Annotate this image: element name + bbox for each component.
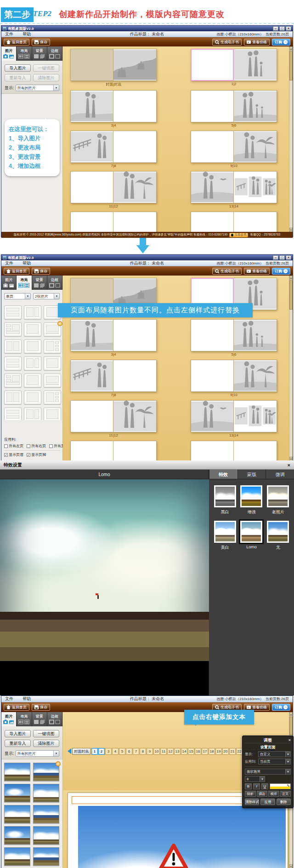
panel-action-button[interactable]: 应用: [260, 799, 275, 805]
page-thumb-right[interactable]: [234, 319, 277, 351]
tab-border[interactable]: 边框: [47, 276, 62, 290]
page-number-button[interactable]: 19: [215, 748, 222, 755]
page-number-button[interactable]: 17: [202, 748, 208, 755]
page-thumb-right[interactable]: [234, 171, 277, 203]
page-number-button[interactable]: 21: [229, 748, 236, 755]
tab-layout[interactable]: 布局: [17, 712, 32, 726]
page-thumb-right[interactable]: [234, 212, 277, 232]
photo-thumbnail[interactable]: [33, 847, 59, 866]
text-placeholder-box[interactable]: [72, 796, 265, 804]
layout-thumbnail[interactable]: [24, 322, 41, 336]
page-thumb-right[interactable]: [234, 400, 277, 432]
page-number-button[interactable]: 5: [119, 748, 125, 755]
page-thumb-left[interactable]: [191, 131, 234, 163]
page-thumb-left[interactable]: [70, 131, 113, 163]
layout-thumbnail[interactable]: [44, 339, 61, 353]
layout-thumbnail[interactable]: [24, 391, 41, 404]
sidebar-button[interactable]: 重新导入: [5, 740, 31, 747]
sidebar-button[interactable]: 导入图片: [5, 730, 31, 737]
template-spread[interactable]: 9|10: [191, 360, 277, 397]
layout-thumbnail[interactable]: [4, 408, 22, 420]
layout-thumbnail[interactable]: [4, 356, 22, 370]
page-number-button[interactable]: 2: [98, 748, 105, 755]
apply-dropdown[interactable]: 当前页▼: [258, 759, 291, 765]
page-type-dropdown[interactable]: 单页▼: [4, 293, 31, 299]
font-size-dropdown[interactable]: 8▼: [245, 776, 265, 782]
checkbox-unchecked[interactable]: 所有页: [49, 443, 65, 448]
photo-count-dropdown[interactable]: 2张照片▼: [33, 293, 60, 299]
checkbox-unchecked[interactable]: 所有右页: [27, 443, 46, 448]
filter-thumbnail[interactable]: [267, 485, 289, 507]
photo-thumbnail[interactable]: [33, 784, 59, 802]
effects-tab[interactable]: 微调: [266, 470, 294, 479]
text-style-button[interactable]: 正文: [280, 791, 291, 797]
back-home-button[interactable]: 返回首页: [4, 268, 29, 275]
photo-thumbnail[interactable]: ✓: [33, 763, 59, 781]
layout-thumbnail[interactable]: [4, 391, 22, 404]
template-spread[interactable]: 3|4: [70, 319, 157, 356]
page-number-button[interactable]: 14: [181, 748, 187, 755]
photo-thumbnail[interactable]: [4, 826, 30, 845]
font-dropdown[interactable]: 微软雅黑▼: [245, 769, 291, 775]
back-home-button[interactable]: 返回首页: [4, 704, 29, 711]
photo-thumbnail[interactable]: [4, 805, 30, 823]
filter-thumbnail[interactable]: [214, 521, 236, 543]
filter-thumbnail[interactable]: [214, 485, 236, 507]
template-spread[interactable]: 3|4: [70, 90, 157, 127]
page-number-button[interactable]: 15: [188, 748, 194, 755]
filter-item[interactable]: 增强: [240, 485, 263, 515]
photo-thumbnail[interactable]: [4, 784, 30, 802]
page-thumb-left[interactable]: [191, 441, 234, 461]
page-thumb-left[interactable]: [70, 400, 113, 432]
maximize-button[interactable]: □: [279, 255, 285, 260]
template-spread[interactable]: 11|12: [70, 400, 157, 437]
font-color-button[interactable]: ✎: [270, 783, 291, 789]
titlebar[interactable]: 有图桌面版V2.0 – □ ×: [1, 255, 293, 260]
sidebar-button[interactable]: 导入图片: [5, 64, 31, 72]
template-spread[interactable]: 13|14: [191, 400, 277, 437]
order-button[interactable]: 订购: [272, 704, 290, 711]
filter-item[interactable]: 黑白: [214, 485, 237, 515]
template-spread[interactable]: 1|2: [191, 49, 277, 87]
page-number-button[interactable]: 20: [222, 748, 229, 755]
page-thumb-left[interactable]: [191, 171, 234, 203]
order-button[interactable]: 订购: [272, 39, 290, 46]
page-thumb-right[interactable]: [113, 171, 157, 203]
photo-thumbnail[interactable]: [33, 805, 59, 823]
page-thumb-right[interactable]: [113, 131, 157, 163]
page-thumb-right[interactable]: [234, 441, 277, 461]
page-number-button[interactable]: 13: [174, 748, 181, 755]
template-spread[interactable]: [191, 441, 277, 461]
qq-consult-button[interactable]: 点击咨询: [229, 233, 248, 237]
page-number-button[interactable]: 4: [112, 748, 119, 755]
text-style-button[interactable]: 阴影: [245, 791, 256, 797]
template-spread[interactable]: 封面|封底: [70, 49, 157, 87]
layout-thumbnail[interactable]: [44, 391, 61, 404]
photo-preview-lomo[interactable]: [0, 479, 209, 661]
page-thumb-right[interactable]: [113, 360, 157, 392]
text-style-button[interactable]: 横排: [268, 791, 279, 797]
save-button[interactable]: 保存: [32, 704, 50, 711]
layout-thumbnail[interactable]: [44, 356, 61, 370]
tab-photo[interactable]: 图片: [1, 712, 17, 726]
page-thumb-right[interactable]: [113, 441, 157, 461]
page-thumb-left[interactable]: [70, 49, 113, 81]
page-thumb-left[interactable]: [70, 360, 113, 392]
photo-thumbnail[interactable]: [33, 826, 59, 845]
page-number-button[interactable]: 3: [105, 748, 112, 755]
template-spread[interactable]: [70, 212, 157, 232]
page-number-button[interactable]: 9: [147, 748, 153, 755]
checkbox-unchecked[interactable]: 所有左页: [4, 443, 23, 448]
save-button[interactable]: 保存: [32, 39, 50, 46]
scroll-down-icon[interactable]: ▼: [289, 228, 293, 232]
minimize-button[interactable]: –: [273, 26, 278, 31]
page-thumb-left[interactable]: [191, 49, 234, 81]
tab-border[interactable]: 边框: [47, 712, 62, 726]
layout-thumbnail[interactable]: [4, 305, 22, 319]
template-spread[interactable]: 11|12: [70, 171, 157, 208]
template-spread[interactable]: [191, 212, 277, 232]
scroll-up-icon[interactable]: ▲: [289, 46, 293, 51]
page-thumb-left[interactable]: [70, 171, 113, 203]
page-number-button[interactable]: 10: [153, 748, 160, 755]
page-thumb-left[interactable]: [191, 90, 234, 122]
